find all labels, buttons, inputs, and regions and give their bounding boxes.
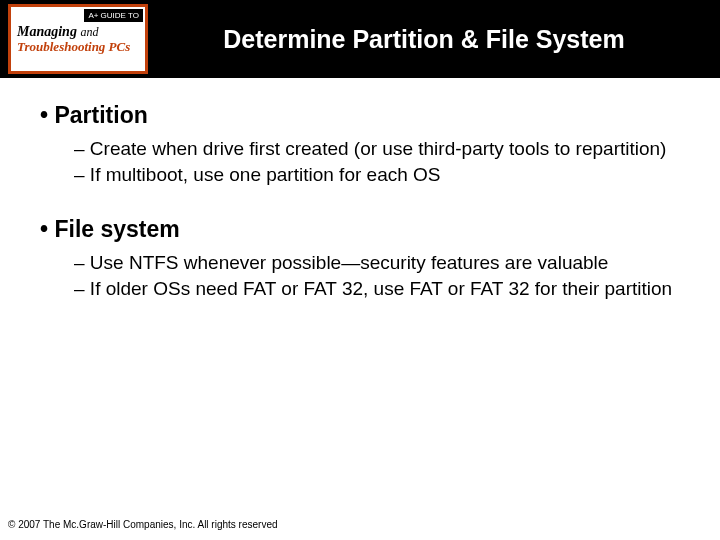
sub-item: Use NTFS whenever possible—security feat…: [74, 251, 680, 275]
sub-item: If multiboot, use one partition for each…: [74, 163, 680, 187]
logo-word-and: and: [80, 25, 98, 39]
bullet-list: Partition Create when drive first create…: [40, 102, 680, 301]
sub-item: If older OSs need FAT or FAT 32, use FAT…: [74, 277, 680, 301]
logo-corner-text: A+ GUIDE TO: [84, 9, 143, 22]
section-heading: Partition: [40, 102, 680, 129]
slide-content: Partition Create when drive first create…: [0, 78, 720, 301]
sub-item: Create when drive first created (or use …: [74, 137, 680, 161]
header-bar: A+ GUIDE TO Managing and Troubleshooting…: [0, 0, 720, 78]
section-file-system: File system Use NTFS whenever possible—s…: [40, 216, 680, 302]
slide-title: Determine Partition & File System: [148, 25, 720, 54]
section-heading: File system: [40, 216, 680, 243]
book-logo: A+ GUIDE TO Managing and Troubleshooting…: [8, 4, 148, 74]
sub-list: Use NTFS whenever possible—security feat…: [40, 251, 680, 302]
copyright-footer: © 2007 The Mc.Graw-Hill Companies, Inc. …: [8, 519, 278, 530]
logo-line-1: Managing and: [17, 25, 145, 40]
sub-list: Create when drive first created (or use …: [40, 137, 680, 188]
section-partition: Partition Create when drive first create…: [40, 102, 680, 188]
logo-word-managing: Managing: [17, 24, 77, 39]
logo-line-2: Troubleshooting PCs: [17, 40, 145, 54]
